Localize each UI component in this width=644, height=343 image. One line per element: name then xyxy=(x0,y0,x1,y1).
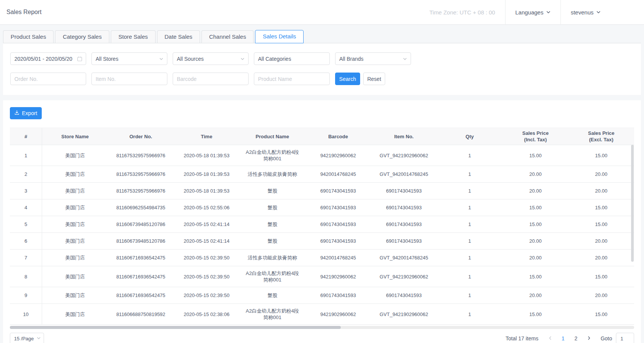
date-range-input[interactable]: 2020/05/01 - 2020/05/20 xyxy=(10,52,86,65)
cell-price-incl-tax: 15.00 xyxy=(502,270,568,284)
category-select-value: All Categories xyxy=(258,56,326,62)
page-number-2[interactable]: 2 xyxy=(572,335,580,341)
barcode-input[interactable] xyxy=(173,73,249,85)
page-number-1[interactable]: 1 xyxy=(559,335,567,341)
cell-price-incl-tax: 15.00 xyxy=(502,149,568,163)
page-size-select[interactable]: 15 /Page xyxy=(10,333,44,343)
category-select[interactable]: All Categories xyxy=(254,52,330,65)
cell-price-incl-tax: 15.00 xyxy=(502,307,568,321)
cell-barcode: 9421902960062 xyxy=(305,307,371,321)
cell-index: 9 xyxy=(10,287,42,303)
cell-order-no: 811606688750819592 xyxy=(108,307,173,321)
cell-price-excl-tax: 20.00 xyxy=(568,251,634,265)
cell-product-name: 蟹股 xyxy=(239,234,305,248)
cell-item-no: GVT_9421902960062 xyxy=(371,270,437,284)
languages-menu[interactable]: Languages xyxy=(505,0,561,24)
filter-panel: 2020/05/01 - 2020/05/20 All Stores All S… xyxy=(3,43,641,95)
source-select-value: All Sources xyxy=(177,56,240,62)
cell-time: 2020-05-18 01:39:53 xyxy=(174,149,239,163)
tab-product-sales[interactable]: Product Sales xyxy=(3,30,54,43)
chevron-down-icon xyxy=(36,336,41,341)
cell-barcode: 9421902960062 xyxy=(305,270,371,284)
cell-price-incl-tax: 20.00 xyxy=(502,167,568,181)
source-select[interactable]: All Sources xyxy=(173,52,249,65)
page-size-value: 15 /Page xyxy=(14,336,36,341)
goto-label: Goto xyxy=(601,335,612,341)
cell-price-incl-tax: 15.00 xyxy=(502,201,568,215)
horizontal-scrollbar-thumb[interactable] xyxy=(10,326,341,329)
topbar: Sales Report Time Zone: UTC + 08 : 00 La… xyxy=(0,0,644,24)
chevron-down-icon xyxy=(546,9,551,16)
cell-qty: 1 xyxy=(437,201,502,215)
cell-product-name: A2白金幼儿配方奶粉4段简称001 xyxy=(239,145,305,166)
table-row: 3 美国门店 811675329575966976 2020-05-18 01:… xyxy=(10,183,634,199)
cell-time: 2020-05-15 02:38:06 xyxy=(174,307,239,321)
tab-store-sales[interactable]: Store Sales xyxy=(111,30,156,43)
goto-input[interactable] xyxy=(616,333,634,343)
cell-product-name: 蟹股 xyxy=(239,201,305,215)
cell-price-incl-tax: 20.00 xyxy=(502,184,568,198)
store-select[interactable]: All Stores xyxy=(91,52,167,65)
tab-category-sales[interactable]: Category Sales xyxy=(55,30,109,43)
export-button[interactable]: Export xyxy=(10,107,42,119)
cell-product-name: 蟹股 xyxy=(239,288,305,302)
tab-channel-sales[interactable]: Channel Sales xyxy=(202,30,254,43)
table-row: 2 美国门店 811675329575966976 2020-05-18 01:… xyxy=(10,166,634,183)
table-body: 1 美国门店 811675329575966976 2020-05-18 01:… xyxy=(10,145,634,325)
cell-store-name: 美国门店 xyxy=(42,217,108,231)
tab-sales-details[interactable]: Sales Details xyxy=(255,30,304,43)
filter-row-1: 2020/05/01 - 2020/05/20 All Stores All S… xyxy=(10,52,634,65)
pagination: Total 17 items 1 2 Goto xyxy=(505,333,634,343)
table-row: 6 美国门店 811606739485120786 2020-05-15 02:… xyxy=(10,233,634,250)
topbar-right: Time Zone: UTC + 08 : 00 Languages steve… xyxy=(429,0,644,24)
cell-time: 2020-05-15 02:41:14 xyxy=(174,234,239,248)
cell-item-no: GVT_9421902960062 xyxy=(371,149,437,163)
chevron-left-icon xyxy=(548,335,553,341)
cell-item-no: GVT_9420014768245 xyxy=(371,251,437,265)
cell-order-no: 811606716936542475 xyxy=(108,251,173,265)
tab-date-sales[interactable]: Date Sales xyxy=(157,30,200,43)
reset-button[interactable]: Reset xyxy=(363,73,385,85)
cell-barcode: 6901743041593 xyxy=(305,288,371,302)
cell-order-no: 811606716936542475 xyxy=(108,270,173,284)
cell-barcode: 6901743041593 xyxy=(305,201,371,215)
cell-index: 6 xyxy=(10,233,42,249)
cell-price-excl-tax: 15.00 xyxy=(568,307,634,321)
cell-store-name: 美国门店 xyxy=(42,307,108,321)
cell-product-name: 活性多功能皮肤膏简称 xyxy=(239,251,305,265)
cell-index: 4 xyxy=(10,199,42,216)
user-menu[interactable]: stevenus xyxy=(561,0,611,24)
next-page-button[interactable] xyxy=(585,335,593,341)
topbar-spacer xyxy=(611,0,644,24)
header-cell-order-no: Order No. xyxy=(108,131,173,142)
chevron-down-icon xyxy=(240,57,245,61)
cell-store-name: 美国门店 xyxy=(42,234,108,248)
cell-item-no: GVT_9420014768245 xyxy=(371,167,437,181)
cell-time: 2020-05-15 02:55:06 xyxy=(174,201,239,215)
cell-qty: 1 xyxy=(437,270,502,284)
cell-barcode: 9421902960062 xyxy=(305,149,371,163)
header-cell-store-name: Store Name xyxy=(42,131,108,142)
filter-row-2: Search Reset xyxy=(10,73,634,85)
search-button[interactable]: Search xyxy=(335,73,360,85)
item-no-input[interactable] xyxy=(91,73,167,85)
cell-time: 2020-05-18 01:39:53 xyxy=(174,167,239,181)
cell-qty: 1 xyxy=(437,184,502,198)
prev-page-button[interactable] xyxy=(546,335,554,341)
vertical-scrollbar-thumb[interactable] xyxy=(631,145,634,262)
cell-time: 2020-05-15 02:39:50 xyxy=(174,288,239,302)
brand-select[interactable]: All Brands xyxy=(335,52,411,65)
cell-order-no: 811606716936542475 xyxy=(108,288,173,302)
cell-price-excl-tax: 20.00 xyxy=(568,184,634,198)
report-tabs: Product Sales Category Sales Store Sales… xyxy=(3,30,641,43)
order-no-input[interactable] xyxy=(10,73,86,85)
product-name-input[interactable] xyxy=(254,73,330,85)
cell-order-no: 811675329575966976 xyxy=(108,149,173,163)
table-row: 1 美国门店 811675329575966976 2020-05-18 01:… xyxy=(10,145,634,166)
cell-order-no: 811606962554984735 xyxy=(108,201,173,215)
cell-index: 7 xyxy=(10,250,42,266)
cell-price-excl-tax: 15.00 xyxy=(568,270,634,284)
cell-order-no: 811675329575966976 xyxy=(108,167,173,181)
cell-price-excl-tax: 20.00 xyxy=(568,234,634,248)
brand-select-value: All Brands xyxy=(339,56,403,62)
